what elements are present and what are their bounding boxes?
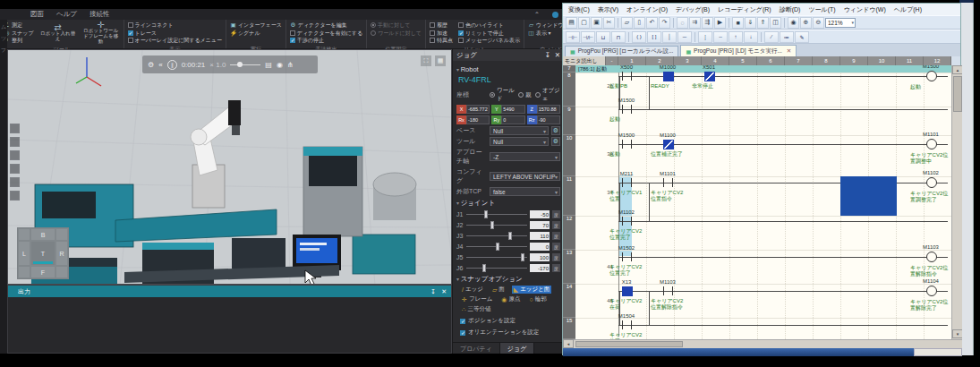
coord-option[interactable]: ワールド: [490, 87, 515, 103]
joint-slider-track[interactable]: [466, 257, 527, 258]
ladder-contact-M1500[interactable]: [622, 105, 632, 114]
viewport-tool-icon[interactable]: [10, 177, 20, 187]
joint-slider-track[interactable]: [466, 246, 527, 247]
snap-option-原点[interactable]: ◉原点: [499, 295, 522, 303]
menu-tab-1[interactable]: ヘルプ: [56, 10, 77, 19]
ladder-contact-M1100[interactable]: [663, 140, 674, 149]
save-icon[interactable]: ▣: [591, 17, 602, 29]
view-right[interactable]: R: [55, 241, 68, 266]
pose-value-field[interactable]: -90: [537, 115, 560, 124]
joint-value-field[interactable]: -50: [530, 210, 550, 218]
zoom-out-icon[interactable]: ⊖: [813, 17, 824, 29]
ladder-contact-M1504[interactable]: [622, 320, 632, 329]
grid-toggle-icon[interactable]: ▦: [435, 55, 446, 66]
copy-icon[interactable]: ▱: [621, 17, 633, 29]
open-icon[interactable]: ▢: [578, 17, 590, 29]
snap-option-三等分値[interactable]: ∴三等分値: [460, 305, 492, 313]
pin-output-icon[interactable]: ↧: [430, 288, 436, 295]
playbar-speed-slider[interactable]: [230, 64, 260, 65]
ribbon-button[interactable]: ◎スナップ: [4, 30, 34, 38]
undo-icon[interactable]: ↶: [646, 17, 658, 29]
side-tab-strip[interactable]: ムツフ: [0, 20, 7, 354]
slider-thumb[interactable]: [482, 264, 486, 272]
pin-panel-icon[interactable]: ↧: [544, 51, 550, 59]
ladder-coil-M1104[interactable]: [926, 286, 937, 296]
ladder-contact-X500[interactable]: [622, 72, 632, 81]
application-instruction-icon[interactable]: [ ]: [647, 31, 661, 43]
joint-value-field[interactable]: 100: [530, 253, 550, 261]
playbar-tree-icon[interactable]: ⋔: [287, 61, 294, 69]
vertical-line-icon[interactable]: │: [662, 31, 677, 43]
view-front[interactable]: F: [30, 266, 55, 278]
plc-menu-1[interactable]: 表示(V): [598, 5, 618, 14]
slider-thumb[interactable]: [521, 253, 524, 261]
ribbon-button[interactable]: ∠測定: [4, 21, 34, 30]
ladder-canvas[interactable]: 789101112131415[786:1] 起動26X500起動PBM1000…: [563, 65, 962, 339]
pose-value-field[interactable]: 0: [501, 115, 524, 124]
open-contact-icon[interactable]: ⊣⊢: [566, 31, 580, 43]
checkbox-icon[interactable]: [458, 22, 464, 28]
field-gear-icon[interactable]: ⚙: [551, 137, 560, 146]
plc-menu-2[interactable]: オンライン(O): [626, 5, 668, 14]
playbar-report-icon[interactable]: ▤: [265, 61, 272, 69]
note-icon[interactable]: ✎: [795, 31, 809, 43]
horizontal-line-icon[interactable]: ─: [677, 31, 692, 43]
checkbox-icon[interactable]: [290, 38, 295, 43]
plc-menu-7[interactable]: ウィンドウ(W): [844, 5, 886, 14]
scroll-down-icon[interactable]: ▾: [952, 329, 962, 338]
ribbon-option[interactable]: リミットで停止: [458, 30, 520, 38]
monitor-start-icon[interactable]: ▶: [714, 17, 726, 29]
viewport-tool-icon[interactable]: [10, 164, 20, 174]
ladder-coil-M1101[interactable]: [926, 139, 937, 149]
viewport-tool-icon[interactable]: [10, 191, 20, 201]
pose-value-field[interactable]: -685.772: [466, 105, 490, 114]
new-icon[interactable]: ▤: [566, 17, 577, 29]
fullscreen-icon[interactable]: ⛶: [421, 55, 431, 66]
zoom-level-combo[interactable]: 121%: [825, 18, 856, 28]
coil-icon[interactable]: ( ): [632, 31, 646, 43]
hscroll-thumb[interactable]: [575, 341, 683, 347]
ribbon-option[interactable]: 干渉の停止: [290, 37, 362, 45]
checkbox-icon[interactable]: [458, 38, 464, 43]
joint-slider-track[interactable]: [466, 225, 527, 226]
slider-thumb[interactable]: [490, 221, 494, 229]
pose-value-field[interactable]: 5490: [501, 105, 524, 114]
ベース-dropdown[interactable]: Null: [490, 126, 549, 135]
plc-menu-4[interactable]: レコーディング(R): [718, 5, 771, 14]
ribbon-option[interactable]: トレース: [128, 30, 222, 38]
slider-thumb[interactable]: [508, 232, 512, 240]
write-to-plc-icon[interactable]: ⇓: [745, 17, 756, 29]
ribbon-option[interactable]: ラインコネクト: [128, 21, 222, 30]
外部TCP-dropdown[interactable]: false: [490, 187, 560, 196]
snap-option-エッジと面[interactable]: ◣エッジと面: [512, 286, 552, 294]
ribbon-option[interactable]: メッセージパネル表示: [458, 37, 520, 45]
ribbon-option[interactable]: ディテクターを有効にする: [290, 30, 362, 38]
slider-thumb[interactable]: [496, 243, 499, 251]
checkbox-icon[interactable]: [290, 30, 295, 36]
menu-tab-0[interactable]: 図面: [30, 10, 44, 19]
jog-checkbox[interactable]: ポジションを設定: [460, 317, 560, 325]
rising-pulse-icon[interactable]: ↑: [729, 31, 743, 43]
snap-option-輪郭[interactable]: ○輪郭: [527, 295, 548, 303]
checkbox-icon[interactable]: [460, 330, 465, 336]
view-top[interactable]: T: [30, 241, 55, 266]
checkbox-icon[interactable]: [128, 30, 133, 36]
pose-value-field[interactable]: 1570.88: [537, 105, 560, 114]
ribbon-button[interactable]: ✛ロボットワールドフレームを移動: [82, 21, 120, 45]
view-left[interactable]: L: [18, 241, 30, 266]
delete-horizontal-icon[interactable]: ┄: [713, 31, 728, 43]
plc-menu-8[interactable]: ヘルプ(H): [894, 5, 922, 14]
convert-all-icon[interactable]: ⇶: [702, 17, 713, 29]
view-navigation-cube[interactable]: B L T R F: [17, 227, 69, 279]
ribbon-button[interactable]: ≡整列: [4, 37, 34, 45]
ツール-dropdown[interactable]: Null: [490, 137, 549, 146]
panel-tab-プロパティ[interactable]: プロパティ: [453, 343, 500, 354]
find-icon[interactable]: ◌: [677, 17, 688, 29]
jog-checkbox[interactable]: オリエンテーションを設定: [460, 329, 560, 337]
close-panel-icon[interactable]: ✕: [555, 51, 560, 59]
view-back[interactable]: B: [30, 228, 55, 241]
playbar-rewind-icon[interactable]: «: [158, 61, 162, 69]
viewport-3d[interactable]: ⚙ « ∥ 0:00:21 × 1.0 ▤ ◉ ⋔ ⛶ ▦ B L T: [7, 49, 452, 285]
ribbon-button[interactable]: ⚙ディテクターを編集: [290, 21, 362, 30]
viewport-tool-icon[interactable]: [10, 137, 20, 147]
